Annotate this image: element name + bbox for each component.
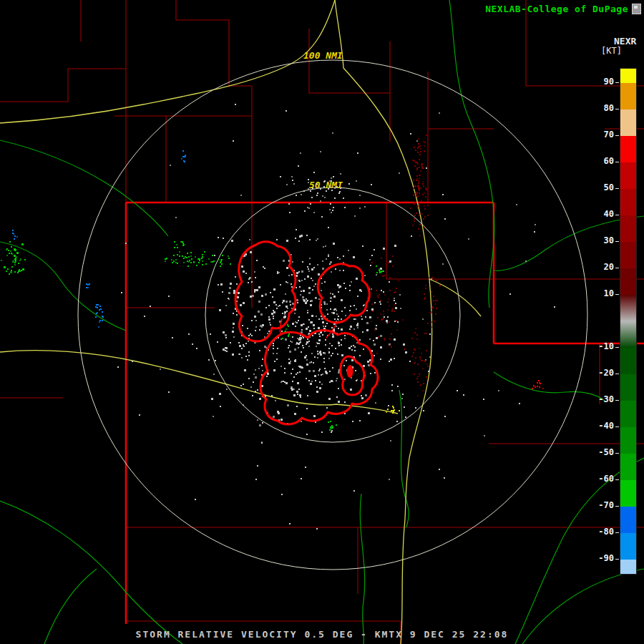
velocity-echoes bbox=[1, 104, 555, 530]
product-status-line: STORM RELATIVE VELOCITY 0.5 DEG - KMTX 9… bbox=[0, 629, 644, 640]
colorbar-tick-mark bbox=[615, 268, 619, 268]
colorbar-tick-label: -80 bbox=[590, 527, 614, 536]
ring-50nmi bbox=[205, 187, 460, 442]
colorbar-tick-mark bbox=[615, 162, 619, 162]
range-rings bbox=[78, 60, 587, 570]
colorbar-tick-label: -30 bbox=[590, 395, 614, 404]
colorbar-band bbox=[620, 242, 636, 268]
storm-outlines bbox=[235, 242, 378, 424]
colorbar-tick-label: -60 bbox=[590, 474, 614, 483]
colorbar-tick-mark bbox=[615, 215, 619, 215]
colorbar-band bbox=[620, 401, 636, 427]
colorbar-band bbox=[620, 162, 636, 189]
colorbar-tick-label: 30 bbox=[590, 236, 614, 245]
colorbar-tick-mark bbox=[615, 347, 619, 348]
colorbar-tick-mark bbox=[615, 109, 619, 109]
colorbar-tick-mark bbox=[615, 400, 619, 401]
velocity-colorbar bbox=[620, 68, 637, 575]
colorbar-tick-mark bbox=[615, 294, 619, 295]
colorbar-tick-label: -40 bbox=[590, 421, 614, 430]
colorbar-band bbox=[620, 427, 636, 454]
colorbar-band bbox=[620, 189, 636, 215]
colorbar-band bbox=[620, 374, 636, 401]
radar-map: 100 NMI 50 NMI bbox=[0, 0, 644, 644]
colorbar-title: NEXR bbox=[614, 36, 636, 47]
colorbar-tick-label: 40 bbox=[590, 210, 614, 218]
radar-screen: 100 NMI 50 NMI NEXLAB-College of DuPage … bbox=[0, 0, 644, 644]
colorbar-tick-mark bbox=[615, 506, 619, 507]
colorbar-tick-mark bbox=[615, 188, 619, 189]
colorbar-tick-mark bbox=[615, 426, 619, 427]
colorbar-band bbox=[620, 348, 636, 374]
colorbar-tick-label: -50 bbox=[590, 448, 614, 457]
cod-logo-icon bbox=[632, 4, 641, 14]
ring-label-50nmi: 50 NMI bbox=[309, 180, 343, 190]
colorbar-tick-mark bbox=[615, 479, 619, 480]
colorbar-tick-label: 50 bbox=[590, 183, 614, 192]
colorbar-band bbox=[620, 295, 636, 321]
branding: NEXLAB-College of DuPage bbox=[485, 4, 641, 14]
colorbar-band bbox=[620, 83, 636, 109]
colorbar-tick-label: 70 bbox=[590, 130, 614, 139]
colorbar-tick-mark bbox=[615, 559, 619, 560]
colorbar-band bbox=[620, 533, 636, 560]
colorbar-tick-label: 80 bbox=[590, 104, 614, 112]
colorbar-band bbox=[620, 268, 636, 295]
colorbar-band bbox=[620, 109, 636, 136]
colorbar-units: [KT] bbox=[601, 46, 622, 56]
colorbar-tick-mark bbox=[615, 135, 619, 136]
colorbar-tick-label: -90 bbox=[590, 554, 614, 562]
colorbar-band bbox=[620, 454, 636, 480]
colorbar-tick-label: -10 bbox=[590, 342, 614, 351]
colorbar-band bbox=[620, 215, 636, 242]
colorbar-tick-label: 20 bbox=[590, 263, 614, 271]
colorbar-tick-label: 10 bbox=[590, 289, 614, 298]
state-borders bbox=[126, 203, 644, 624]
colorbar-tick-mark bbox=[615, 374, 619, 374]
ring-100nmi bbox=[78, 60, 587, 570]
colorbar-tick-label: 60 bbox=[590, 157, 614, 165]
branding-label: NEXLAB-College of DuPage bbox=[485, 4, 628, 14]
colorbar-band bbox=[620, 560, 636, 574]
colorbar-tick-label: 90 bbox=[590, 77, 614, 86]
colorbar-band bbox=[620, 480, 636, 507]
colorbar-tick-label: -20 bbox=[590, 369, 614, 377]
ring-label-100nmi: 100 NMI bbox=[303, 50, 343, 61]
colorbar-tick-label: -70 bbox=[590, 501, 614, 509]
colorbar-tick-mark bbox=[615, 241, 619, 242]
colorbar-band bbox=[620, 507, 636, 533]
colorbar-tick-mark bbox=[615, 453, 619, 454]
colorbar-band bbox=[620, 69, 636, 83]
colorbar-band bbox=[620, 321, 636, 348]
colorbar-band bbox=[620, 136, 636, 162]
colorbar-tick-mark bbox=[615, 82, 619, 83]
colorbar-tick-mark bbox=[615, 532, 619, 533]
